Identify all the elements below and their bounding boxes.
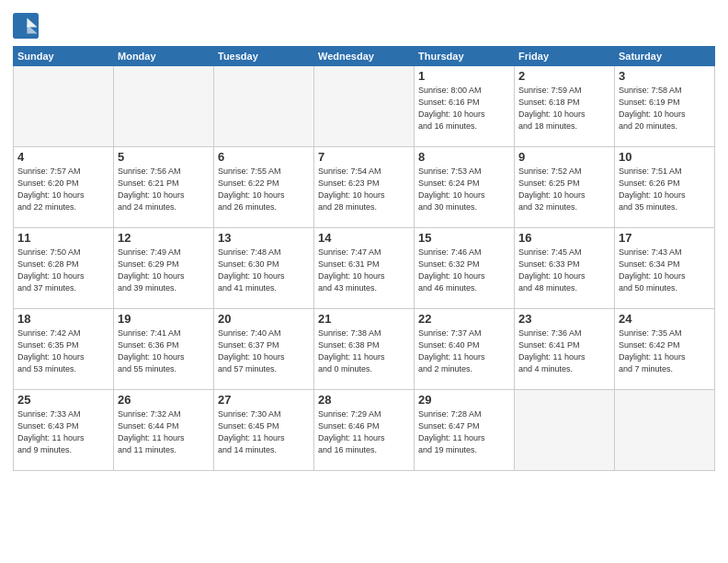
calendar-cell: 1Sunrise: 8:00 AMSunset: 6:16 PMDaylight… [415,66,515,147]
day-number: 6 [218,150,310,164]
logo [13,13,40,39]
day-number: 18 [17,312,109,326]
calendar-table: SundayMondayTuesdayWednesdayThursdayFrid… [13,46,715,471]
day-number: 24 [619,312,711,326]
header-row: SundayMondayTuesdayWednesdayThursdayFrid… [14,47,715,66]
calendar-cell: 20Sunrise: 7:40 AMSunset: 6:37 PMDayligh… [214,309,314,390]
day-info: Sunrise: 7:56 AMSunset: 6:21 PMDaylight:… [118,166,210,213]
day-number: 26 [118,393,210,407]
day-number: 10 [619,150,711,164]
day-info: Sunrise: 7:49 AMSunset: 6:29 PMDaylight:… [118,247,210,294]
day-number: 19 [118,312,210,326]
day-info: Sunrise: 7:37 AMSunset: 6:40 PMDaylight:… [418,327,510,375]
day-info: Sunrise: 7:51 AMSunset: 6:26 PMDaylight:… [619,166,711,213]
day-number: 20 [218,312,310,326]
day-number: 12 [118,231,210,245]
week-row-5: 25Sunrise: 7:33 AMSunset: 6:43 PMDayligh… [14,390,715,471]
calendar-cell: 24Sunrise: 7:35 AMSunset: 6:42 PMDayligh… [615,309,715,390]
day-info: Sunrise: 7:30 AMSunset: 6:45 PMDaylight:… [218,408,310,456]
week-row-2: 4Sunrise: 7:57 AMSunset: 6:20 PMDaylight… [14,147,715,228]
calendar-cell: 22Sunrise: 7:37 AMSunset: 6:40 PMDayligh… [415,309,515,390]
day-info: Sunrise: 7:38 AMSunset: 6:38 PMDaylight:… [318,327,410,375]
day-info: Sunrise: 7:28 AMSunset: 6:47 PMDaylight:… [418,408,510,456]
day-info: Sunrise: 7:35 AMSunset: 6:42 PMDaylight:… [619,327,711,375]
calendar-cell: 10Sunrise: 7:51 AMSunset: 6:26 PMDayligh… [615,147,715,228]
col-header-friday: Friday [515,47,615,66]
calendar-cell: 9Sunrise: 7:52 AMSunset: 6:25 PMDaylight… [515,147,615,228]
day-info: Sunrise: 7:46 AMSunset: 6:32 PMDaylight:… [418,247,510,294]
day-number: 11 [17,231,109,245]
day-number: 1 [418,69,510,83]
day-info: Sunrise: 7:54 AMSunset: 6:23 PMDaylight:… [318,166,410,213]
day-number: 17 [619,231,711,245]
calendar-cell [515,390,615,471]
col-header-sunday: Sunday [14,47,114,66]
calendar-cell [615,390,715,471]
day-number: 23 [518,312,610,326]
day-info: Sunrise: 7:47 AMSunset: 6:31 PMDaylight:… [318,247,410,294]
day-info: Sunrise: 7:52 AMSunset: 6:25 PMDaylight:… [518,166,610,213]
day-number: 4 [17,150,109,164]
calendar-container: SundayMondayTuesdayWednesdayThursdayFrid… [0,0,728,480]
day-number: 27 [218,393,310,407]
day-number: 22 [418,312,510,326]
day-info: Sunrise: 7:43 AMSunset: 6:34 PMDaylight:… [619,247,711,294]
calendar-cell: 2Sunrise: 7:59 AMSunset: 6:18 PMDaylight… [515,66,615,147]
calendar-cell: 17Sunrise: 7:43 AMSunset: 6:34 PMDayligh… [615,228,715,309]
calendar-cell: 18Sunrise: 7:42 AMSunset: 6:35 PMDayligh… [14,309,114,390]
day-info: Sunrise: 7:55 AMSunset: 6:22 PMDaylight:… [218,166,310,213]
day-info: Sunrise: 7:58 AMSunset: 6:19 PMDaylight:… [619,85,711,132]
day-info: Sunrise: 7:40 AMSunset: 6:37 PMDaylight:… [218,327,310,375]
day-info: Sunrise: 7:48 AMSunset: 6:30 PMDaylight:… [218,247,310,294]
day-info: Sunrise: 7:45 AMSunset: 6:33 PMDaylight:… [518,247,610,294]
calendar-cell: 5Sunrise: 7:56 AMSunset: 6:21 PMDaylight… [114,147,214,228]
day-number: 13 [218,231,310,245]
calendar-cell: 11Sunrise: 7:50 AMSunset: 6:28 PMDayligh… [14,228,114,309]
calendar-cell: 13Sunrise: 7:48 AMSunset: 6:30 PMDayligh… [214,228,314,309]
day-info: Sunrise: 7:33 AMSunset: 6:43 PMDaylight:… [17,408,109,456]
calendar-cell: 27Sunrise: 7:30 AMSunset: 6:45 PMDayligh… [214,390,314,471]
day-info: Sunrise: 7:29 AMSunset: 6:46 PMDaylight:… [318,408,410,456]
day-info: Sunrise: 7:59 AMSunset: 6:18 PMDaylight:… [518,85,610,132]
day-number: 29 [418,393,510,407]
day-info: Sunrise: 7:42 AMSunset: 6:35 PMDaylight:… [17,327,109,375]
col-header-thursday: Thursday [415,47,515,66]
day-number: 25 [17,393,109,407]
col-header-wednesday: Wednesday [314,47,415,66]
calendar-cell: 28Sunrise: 7:29 AMSunset: 6:46 PMDayligh… [314,390,415,471]
day-info: Sunrise: 7:53 AMSunset: 6:24 PMDaylight:… [418,166,510,213]
calendar-cell: 25Sunrise: 7:33 AMSunset: 6:43 PMDayligh… [14,390,114,471]
day-info: Sunrise: 8:00 AMSunset: 6:16 PMDaylight:… [418,85,510,132]
calendar-cell: 6Sunrise: 7:55 AMSunset: 6:22 PMDaylight… [214,147,314,228]
calendar-cell: 4Sunrise: 7:57 AMSunset: 6:20 PMDaylight… [14,147,114,228]
day-info: Sunrise: 7:41 AMSunset: 6:36 PMDaylight:… [118,327,210,375]
col-header-monday: Monday [114,47,214,66]
day-number: 16 [518,231,610,245]
calendar-cell: 8Sunrise: 7:53 AMSunset: 6:24 PMDaylight… [415,147,515,228]
calendar-cell: 21Sunrise: 7:38 AMSunset: 6:38 PMDayligh… [314,309,415,390]
day-number: 7 [318,150,410,164]
calendar-cell [114,66,214,147]
day-info: Sunrise: 7:36 AMSunset: 6:41 PMDaylight:… [518,327,610,375]
col-header-tuesday: Tuesday [214,47,314,66]
day-number: 5 [118,150,210,164]
calendar-cell: 19Sunrise: 7:41 AMSunset: 6:36 PMDayligh… [114,309,214,390]
day-number: 2 [518,69,610,83]
logo-icon [13,13,39,39]
day-number: 8 [418,150,510,164]
day-number: 14 [318,231,410,245]
calendar-cell: 23Sunrise: 7:36 AMSunset: 6:41 PMDayligh… [515,309,615,390]
week-row-4: 18Sunrise: 7:42 AMSunset: 6:35 PMDayligh… [14,309,715,390]
col-header-saturday: Saturday [615,47,715,66]
calendar-cell: 12Sunrise: 7:49 AMSunset: 6:29 PMDayligh… [114,228,214,309]
calendar-header [13,9,715,39]
week-row-3: 11Sunrise: 7:50 AMSunset: 6:28 PMDayligh… [14,228,715,309]
calendar-cell [14,66,114,147]
day-info: Sunrise: 7:57 AMSunset: 6:20 PMDaylight:… [17,166,109,213]
week-row-1: 1Sunrise: 8:00 AMSunset: 6:16 PMDaylight… [14,66,715,147]
calendar-cell [214,66,314,147]
calendar-cell: 7Sunrise: 7:54 AMSunset: 6:23 PMDaylight… [314,147,415,228]
calendar-cell: 16Sunrise: 7:45 AMSunset: 6:33 PMDayligh… [515,228,615,309]
calendar-cell: 26Sunrise: 7:32 AMSunset: 6:44 PMDayligh… [114,390,214,471]
calendar-cell: 29Sunrise: 7:28 AMSunset: 6:47 PMDayligh… [415,390,515,471]
